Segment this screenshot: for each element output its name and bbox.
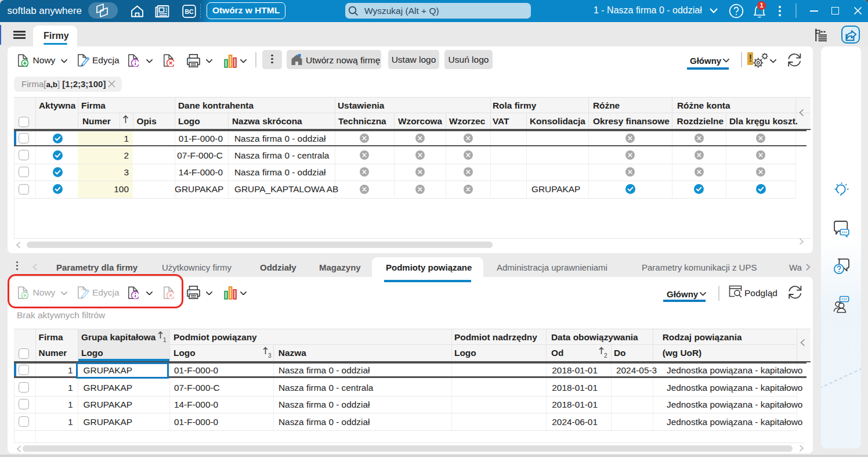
svg-text:BC: BC — [185, 8, 194, 15]
